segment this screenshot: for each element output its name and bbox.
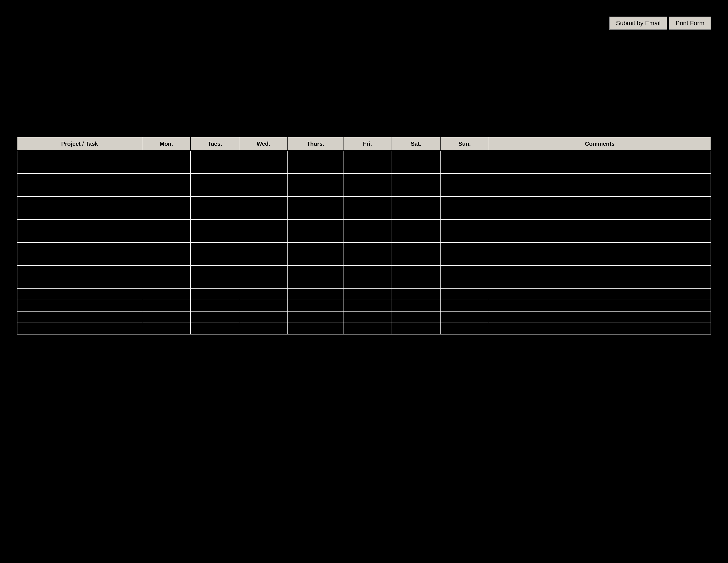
wed-cell-input[interactable] xyxy=(241,234,286,239)
sat-cell-input[interactable] xyxy=(393,291,439,297)
sun-cell-input[interactable] xyxy=(442,280,487,286)
fri-cell-input[interactable] xyxy=(345,176,390,182)
print-form-button[interactable]: Print Form xyxy=(669,17,711,30)
project-cell-input[interactable] xyxy=(19,176,141,182)
sun-cell-input[interactable] xyxy=(442,153,487,159)
mon-cell-input[interactable] xyxy=(144,199,189,205)
project-cell-input[interactable] xyxy=(19,291,141,297)
mon-cell-input[interactable] xyxy=(144,326,189,332)
project-cell-input[interactable] xyxy=(19,188,141,194)
mon-cell-input[interactable] xyxy=(144,176,189,182)
sat-cell-input[interactable] xyxy=(393,245,439,251)
thurs-cell-input[interactable] xyxy=(289,165,342,171)
tues-cell-input[interactable] xyxy=(192,222,238,228)
mon-cell-input[interactable] xyxy=(144,222,189,228)
sun-cell-input[interactable] xyxy=(442,165,487,171)
sun-cell-input[interactable] xyxy=(442,268,487,274)
tues-cell-input[interactable] xyxy=(192,176,238,182)
wed-cell-input[interactable] xyxy=(241,303,286,309)
fri-cell-input[interactable] xyxy=(345,303,390,309)
comments-cell-input[interactable] xyxy=(490,314,709,320)
sun-cell-input[interactable] xyxy=(442,326,487,332)
sun-cell-input[interactable] xyxy=(442,234,487,239)
comments-cell-input[interactable] xyxy=(490,257,709,262)
project-cell-input[interactable] xyxy=(19,234,141,239)
comments-cell-input[interactable] xyxy=(490,303,709,309)
mon-cell-input[interactable] xyxy=(144,314,189,320)
mon-cell-input[interactable] xyxy=(144,165,189,171)
thurs-cell-input[interactable] xyxy=(289,245,342,251)
comments-cell-input[interactable] xyxy=(490,176,709,182)
wed-cell-input[interactable] xyxy=(241,165,286,171)
mon-cell-input[interactable] xyxy=(144,291,189,297)
wed-cell-input[interactable] xyxy=(241,199,286,205)
comments-cell-input[interactable] xyxy=(490,188,709,194)
thurs-cell-input[interactable] xyxy=(289,303,342,309)
wed-cell-input[interactable] xyxy=(241,176,286,182)
comments-cell-input[interactable] xyxy=(490,234,709,239)
wed-cell-input[interactable] xyxy=(241,326,286,332)
comments-cell-input[interactable] xyxy=(490,291,709,297)
thurs-cell-input[interactable] xyxy=(289,176,342,182)
sun-cell-input[interactable] xyxy=(442,314,487,320)
comments-cell-input[interactable] xyxy=(490,153,709,159)
fri-cell-input[interactable] xyxy=(345,222,390,228)
sun-cell-input[interactable] xyxy=(442,222,487,228)
fri-cell-input[interactable] xyxy=(345,326,390,332)
tues-cell-input[interactable] xyxy=(192,188,238,194)
project-cell-input[interactable] xyxy=(19,211,141,216)
sun-cell-input[interactable] xyxy=(442,176,487,182)
thurs-cell-input[interactable] xyxy=(289,153,342,159)
mon-cell-input[interactable] xyxy=(144,280,189,286)
sat-cell-input[interactable] xyxy=(393,211,439,216)
thurs-cell-input[interactable] xyxy=(289,257,342,262)
mon-cell-input[interactable] xyxy=(144,188,189,194)
comments-cell-input[interactable] xyxy=(490,326,709,332)
wed-cell-input[interactable] xyxy=(241,188,286,194)
sat-cell-input[interactable] xyxy=(393,188,439,194)
sat-cell-input[interactable] xyxy=(393,234,439,239)
wed-cell-input[interactable] xyxy=(241,268,286,274)
thurs-cell-input[interactable] xyxy=(289,211,342,216)
sun-cell-input[interactable] xyxy=(442,303,487,309)
thurs-cell-input[interactable] xyxy=(289,199,342,205)
fri-cell-input[interactable] xyxy=(345,314,390,320)
sat-cell-input[interactable] xyxy=(393,314,439,320)
wed-cell-input[interactable] xyxy=(241,291,286,297)
fri-cell-input[interactable] xyxy=(345,268,390,274)
tues-cell-input[interactable] xyxy=(192,153,238,159)
sat-cell-input[interactable] xyxy=(393,280,439,286)
comments-cell-input[interactable] xyxy=(490,222,709,228)
comments-cell-input[interactable] xyxy=(490,165,709,171)
comments-cell-input[interactable] xyxy=(490,199,709,205)
wed-cell-input[interactable] xyxy=(241,314,286,320)
sat-cell-input[interactable] xyxy=(393,257,439,262)
project-cell-input[interactable] xyxy=(19,326,141,332)
sat-cell-input[interactable] xyxy=(393,176,439,182)
project-cell-input[interactable] xyxy=(19,268,141,274)
fri-cell-input[interactable] xyxy=(345,280,390,286)
tues-cell-input[interactable] xyxy=(192,165,238,171)
sun-cell-input[interactable] xyxy=(442,257,487,262)
tues-cell-input[interactable] xyxy=(192,291,238,297)
sat-cell-input[interactable] xyxy=(393,165,439,171)
mon-cell-input[interactable] xyxy=(144,303,189,309)
comments-cell-input[interactable] xyxy=(490,211,709,216)
mon-cell-input[interactable] xyxy=(144,234,189,239)
project-cell-input[interactable] xyxy=(19,199,141,205)
project-cell-input[interactable] xyxy=(19,303,141,309)
sat-cell-input[interactable] xyxy=(393,326,439,332)
tues-cell-input[interactable] xyxy=(192,211,238,216)
sat-cell-input[interactable] xyxy=(393,222,439,228)
wed-cell-input[interactable] xyxy=(241,245,286,251)
fri-cell-input[interactable] xyxy=(345,199,390,205)
project-cell-input[interactable] xyxy=(19,280,141,286)
fri-cell-input[interactable] xyxy=(345,211,390,216)
sun-cell-input[interactable] xyxy=(442,199,487,205)
thurs-cell-input[interactable] xyxy=(289,326,342,332)
comments-cell-input[interactable] xyxy=(490,280,709,286)
mon-cell-input[interactable] xyxy=(144,245,189,251)
submit-by-email-button[interactable]: Submit by Email xyxy=(609,17,667,30)
wed-cell-input[interactable] xyxy=(241,211,286,216)
tues-cell-input[interactable] xyxy=(192,199,238,205)
